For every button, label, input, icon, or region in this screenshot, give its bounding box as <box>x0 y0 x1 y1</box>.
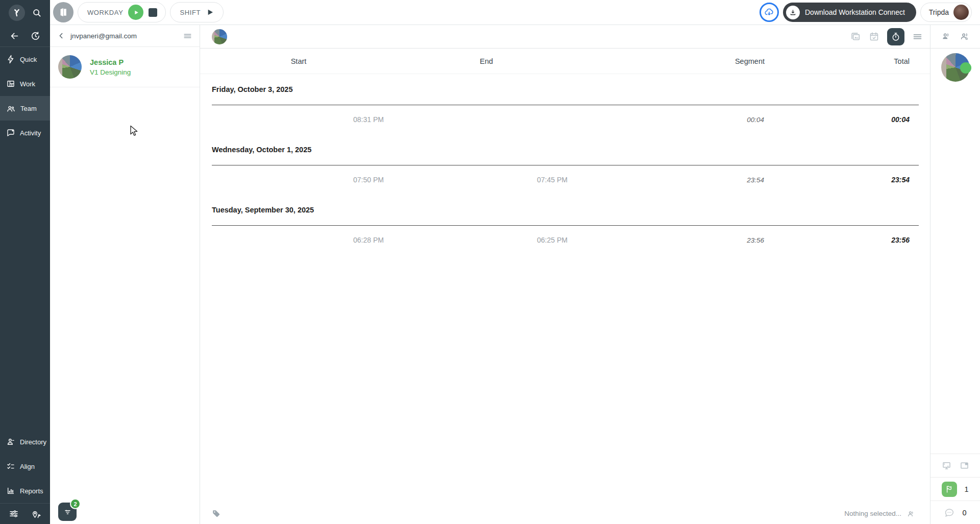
screen-tools-row <box>930 454 980 477</box>
panel-email: jnvpaneri@gmail.com <box>70 32 137 40</box>
sidebar-footer <box>0 503 50 524</box>
selection-text: Nothing selected... <box>844 510 901 517</box>
sidebar-item-label: Work <box>20 80 35 88</box>
sidebar-item-team[interactable]: Team <box>0 96 50 121</box>
timesheet-section: Friday, October 3, 2025 08:31 PM 00:04 0… <box>200 74 930 134</box>
app-logo-icon[interactable] <box>9 5 25 21</box>
workday-stop-button[interactable] <box>149 8 157 17</box>
panel-menu-icon[interactable] <box>183 31 192 41</box>
right-panel-header <box>930 25 980 49</box>
cloud-sync-button[interactable] <box>760 3 779 22</box>
shift-control: SHIFT <box>170 2 224 22</box>
cell-start: 06:28 PM <box>266 226 471 255</box>
main-status-bar: Nothing selected... <box>200 503 930 524</box>
search-icon[interactable] <box>32 8 42 18</box>
topbar-main: WORKDAY SHIFT Download Workstation Conne… <box>50 0 980 25</box>
sidebar-item-label: Reports <box>20 487 43 495</box>
view-menu-icon[interactable] <box>912 31 923 42</box>
sidebar-item-work[interactable]: Work <box>0 72 50 96</box>
sidebar-spacer <box>0 145 50 430</box>
cell-segment: 00:04 <box>611 105 764 134</box>
filter-badge: 2 <box>70 498 81 509</box>
user-name: Jessica P <box>90 57 131 67</box>
section-date: Friday, October 3, 2025 <box>212 85 293 93</box>
timesheet-section: Wednesday, October 1, 2025 07:50 PM 07:4… <box>200 134 930 195</box>
door-icon[interactable] <box>53 2 74 22</box>
person-check-icon[interactable] <box>959 31 970 42</box>
timesheet-row[interactable]: 07:50 PM 07:45 PM 23:54 23:54 <box>200 165 930 195</box>
shift-play-button[interactable] <box>206 8 214 16</box>
stopwatch-icon[interactable] <box>887 28 904 45</box>
timesheet-column-headers: Start End Segment Total <box>200 49 930 74</box>
column-header-end: End <box>397 49 576 74</box>
sliders-icon[interactable] <box>9 509 19 519</box>
section-date-row: Tuesday, September 30, 2025 <box>200 195 930 225</box>
team-icon <box>6 104 16 113</box>
sidebar-item-directory[interactable]: Directory <box>0 430 50 454</box>
group-icon <box>906 509 916 518</box>
online-user[interactable] <box>941 53 970 82</box>
main-header <box>200 25 930 49</box>
lightning-icon <box>6 55 15 64</box>
calendar-icon[interactable] <box>869 31 879 42</box>
filter-button[interactable]: 2 <box>58 503 77 521</box>
workday-label: WORKDAY <box>87 9 123 16</box>
chat-bubble-icon <box>6 128 15 137</box>
tag-icon[interactable] <box>211 509 221 518</box>
chat-row: 0 <box>930 501 980 524</box>
cell-segment: 23:54 <box>611 165 764 195</box>
sidebar-item-quick[interactable]: Quick <box>0 47 50 72</box>
cell-total: 23:56 <box>765 226 910 255</box>
flag-icon[interactable] <box>942 482 957 497</box>
chevron-left-icon[interactable] <box>57 32 65 40</box>
download-icon <box>786 6 800 19</box>
screenshots-icon[interactable] <box>850 31 861 42</box>
user-list-panel: jnvpaneri@gmail.com Jessica P V1 Designi… <box>50 25 200 524</box>
cell-start: 08:31 PM <box>266 105 471 134</box>
section-date-row: Wednesday, October 1, 2025 <box>200 134 930 165</box>
sidebar-item-label: Team <box>20 105 37 112</box>
sidebar: Quick Work Team Activity Directory <box>0 25 50 524</box>
sidebar-item-label: Directory <box>20 438 46 446</box>
topbar-logo-area <box>0 0 50 25</box>
timesheet-main: Start End Segment Total Friday, October … <box>200 25 930 524</box>
top-bar: WORKDAY SHIFT Download Workstation Conne… <box>0 0 980 25</box>
sidebar-item-label: Align <box>20 463 35 470</box>
timesheet-row[interactable]: 06:28 PM 06:25 PM 23:56 23:56 <box>200 226 930 255</box>
selection-status: Nothing selected... <box>844 509 916 518</box>
sidebar-item-activity[interactable]: Activity <box>0 121 50 145</box>
window-icon[interactable] <box>959 460 970 471</box>
cell-total: 23:54 <box>765 165 910 195</box>
checklist-icon <box>6 462 15 471</box>
column-header-start: Start <box>200 49 397 74</box>
download-button-label: Download Workstation Connect <box>805 8 905 16</box>
workday-play-button[interactable] <box>128 5 143 20</box>
grid-icon <box>6 79 15 88</box>
chat-dots-icon[interactable] <box>944 507 955 518</box>
monitor-icon[interactable] <box>941 460 952 471</box>
sidebar-item-reports[interactable]: Reports <box>0 479 50 503</box>
history-icon[interactable] <box>31 31 40 41</box>
column-header-total: Total <box>756 49 910 74</box>
account-button[interactable]: Tripda <box>920 3 972 22</box>
sidebar-item-label: Quick <box>20 56 37 63</box>
sidebar-item-align[interactable]: Align <box>0 454 50 479</box>
section-date-row: Friday, October 3, 2025 <box>200 74 930 105</box>
workday-control: WORKDAY <box>78 2 166 22</box>
download-workstation-button[interactable]: Download Workstation Connect <box>783 3 916 22</box>
timesheet-row[interactable]: 08:31 PM 00:04 00:04 <box>200 105 930 134</box>
person-voice-icon[interactable] <box>941 31 951 42</box>
account-avatar <box>953 5 969 20</box>
chat-count: 0 <box>962 509 967 517</box>
timesheet-sections: Friday, October 3, 2025 08:31 PM 00:04 0… <box>200 74 930 503</box>
user-list-item[interactable]: Jessica P V1 Designing <box>50 47 200 87</box>
right-panel: 1 0 <box>930 25 980 524</box>
online-status-dot <box>960 62 971 74</box>
section-date: Tuesday, September 30, 2025 <box>212 206 314 214</box>
location-flag-icon[interactable] <box>31 509 41 519</box>
user-panel-header: jnvpaneri@gmail.com <box>50 25 200 47</box>
bar-chart-icon <box>6 486 15 495</box>
cell-total: 00:04 <box>765 105 910 134</box>
account-name: Tripda <box>929 8 949 16</box>
back-arrow-icon[interactable] <box>10 31 19 41</box>
